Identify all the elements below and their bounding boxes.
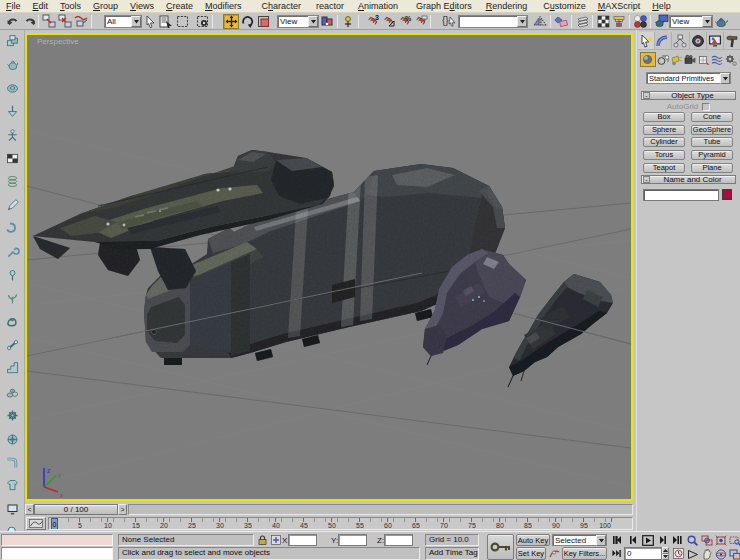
menu-customize[interactable]: Customize (537, 0, 592, 13)
key-mode-toggle-icon[interactable] (611, 547, 622, 560)
current-frame-indicator[interactable]: 0 (51, 518, 58, 530)
monitor-icon[interactable] (3, 501, 21, 518)
shirt-cloth-icon[interactable] (3, 477, 21, 494)
select-by-name-icon[interactable] (158, 14, 174, 29)
torus-icon[interactable] (3, 80, 21, 97)
frame-spinner[interactable] (662, 547, 669, 560)
render-type-dropdown[interactable]: View (669, 15, 713, 28)
tab-create[interactable] (638, 32, 655, 49)
align-icon[interactable] (553, 14, 569, 29)
category-geometry[interactable] (640, 52, 656, 67)
menu-maxscript[interactable]: MAXScript (592, 0, 647, 13)
object-class-dropdown[interactable]: Standard Primitives (646, 72, 731, 84)
primitive-teapot-button[interactable]: Teapot (643, 163, 685, 173)
primitive-geosphere-button[interactable]: GeoSphere (691, 125, 733, 135)
primitive-cylinder-button[interactable]: Cylinder (643, 137, 685, 147)
perspective-viewport[interactable]: Perspective (25, 33, 633, 501)
menu-animation[interactable]: Animation (352, 0, 404, 13)
primitive-tube-button[interactable]: Tube (691, 137, 733, 147)
spinner-snap-icon[interactable] (412, 14, 428, 29)
curve-editor-icon[interactable] (595, 14, 611, 29)
next-frame-icon[interactable] (656, 534, 669, 546)
key-filters-button[interactable]: Key Filters... (562, 547, 607, 560)
autogrid-checkbox[interactable] (702, 103, 710, 111)
category-helpers[interactable] (697, 52, 711, 67)
selection-filter-dropdown[interactable]: All (104, 15, 142, 28)
checker-box-icon[interactable] (3, 150, 21, 167)
edit-named-selection-sets-icon[interactable]: {} (441, 14, 457, 29)
category-space-warps[interactable] (711, 52, 725, 67)
angle-snap-icon[interactable] (380, 14, 396, 29)
next-frame-arrow[interactable]: > (118, 504, 127, 515)
primitive-cone-button[interactable]: Cone (691, 112, 733, 122)
stairs-icon[interactable] (3, 360, 21, 377)
window-crossing-icon[interactable] (194, 14, 210, 29)
snap-toggle-icon[interactable]: 3 (364, 14, 380, 29)
zoom-icon[interactable] (686, 534, 699, 546)
maxscript-listener-white[interactable] (1, 547, 113, 560)
primitive-sphere-button[interactable]: Sphere (643, 125, 685, 135)
select-and-rotate-icon[interactable] (239, 14, 255, 29)
menu-file[interactable]: File (0, 0, 27, 13)
add-time-tag[interactable]: Add Time Tag (425, 547, 479, 560)
collapse-icon[interactable]: - (643, 92, 650, 99)
viewport-label[interactable]: Perspective (37, 37, 79, 46)
menu-create[interactable]: Create (160, 0, 199, 13)
go-to-end-icon[interactable] (671, 534, 684, 546)
default-tangent-icon[interactable] (548, 547, 560, 560)
x-coordinate-field[interactable] (288, 534, 317, 546)
pan-icon[interactable] (700, 548, 713, 560)
previous-frame-icon[interactable] (627, 534, 640, 546)
hook-icon[interactable] (3, 220, 21, 237)
category-systems[interactable] (724, 52, 738, 67)
menu-help[interactable]: Help (646, 0, 677, 13)
select-object-icon[interactable] (142, 14, 158, 29)
rollout-object-type[interactable]: - Object Type (641, 91, 736, 100)
zoom-all-icon[interactable] (700, 534, 713, 546)
pushpin-icon[interactable] (3, 267, 21, 284)
select-and-move-icon[interactable] (223, 14, 239, 29)
undo-icon[interactable] (4, 14, 20, 29)
category-cameras[interactable] (683, 52, 697, 67)
absolute-offset-toggle-icon[interactable] (270, 534, 282, 546)
layer-manager-icon[interactable] (574, 14, 590, 29)
previous-frame-arrow[interactable]: < (25, 504, 34, 515)
elbow-pipe-icon[interactable] (3, 454, 21, 471)
primitive-pyramid-button[interactable]: Pyramid (691, 150, 733, 160)
reference-coordinate-system-dropdown[interactable]: View (277, 15, 319, 28)
tab-modify[interactable] (655, 32, 672, 49)
menu-modifiers[interactable]: Modifiers (199, 0, 248, 13)
maxscript-listener-pink[interactable] (1, 534, 113, 546)
menu-group[interactable]: Group (87, 0, 124, 13)
y-coordinate-field[interactable] (338, 534, 367, 546)
rocks-icon[interactable] (3, 384, 21, 401)
wrench-icon[interactable] (3, 244, 21, 261)
zoom-extents-icon[interactable] (714, 534, 727, 546)
render-scene-icon[interactable] (653, 14, 669, 29)
biped-figure-icon[interactable] (3, 127, 21, 144)
set-keys-button[interactable] (487, 534, 514, 560)
menu-rendering[interactable]: Rendering (480, 0, 534, 13)
tab-hierarchy[interactable] (672, 32, 689, 49)
current-frame-field[interactable] (624, 547, 662, 560)
mirror-icon[interactable] (532, 14, 548, 29)
time-slider-handle[interactable]: 0 / 100 (34, 504, 118, 515)
menu-reactor[interactable]: reactor (310, 0, 350, 13)
select-and-manipulate-icon[interactable] (340, 14, 356, 29)
go-to-start-icon[interactable] (611, 534, 624, 546)
time-slider-track[interactable] (128, 504, 633, 515)
tab-utilities[interactable] (724, 32, 740, 49)
tab-motion[interactable] (690, 32, 707, 49)
select-and-link-icon[interactable] (41, 14, 57, 29)
object-color-swatch[interactable] (722, 189, 732, 200)
material-editor-icon[interactable] (632, 14, 648, 29)
rollout-name-and-color[interactable]: - Name and Color (641, 175, 736, 184)
selection-lock-icon[interactable] (256, 534, 268, 546)
pencil-icon[interactable] (3, 197, 21, 214)
spinner-top-icon[interactable] (3, 103, 21, 120)
rectangular-selection-region-icon[interactable] (174, 14, 190, 29)
plant-icon[interactable] (3, 290, 21, 307)
named-selection-sets-dropdown[interactable] (458, 15, 528, 28)
z-coordinate-field[interactable] (384, 534, 413, 546)
category-lights[interactable] (669, 52, 683, 67)
